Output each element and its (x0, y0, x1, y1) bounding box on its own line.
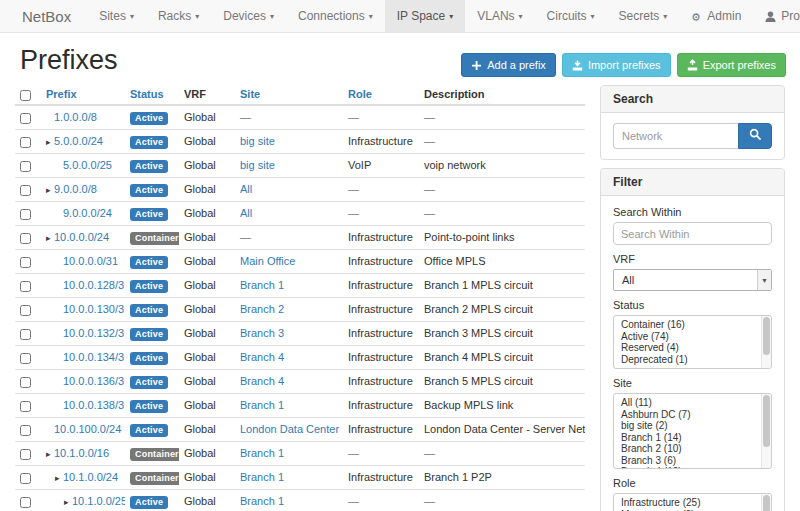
row-checkbox[interactable] (20, 185, 31, 196)
listbox-option[interactable]: big site (2) (614, 420, 759, 432)
listbox-option[interactable]: Container (16) (614, 319, 759, 331)
row-checkbox[interactable] (20, 377, 31, 388)
listbox-option[interactable]: Branch 1 (14) (614, 432, 759, 444)
listbox-option[interactable]: Branch 3 (6) (614, 455, 759, 467)
expand-caret-icon[interactable]: ▸ (64, 495, 72, 509)
site-link[interactable]: Branch 2 (240, 303, 284, 315)
row-checkbox[interactable] (20, 473, 31, 484)
expand-caret-icon[interactable]: ▸ (46, 135, 54, 149)
nav-item-sites[interactable]: Sites▾ (87, 0, 146, 32)
row-checkbox[interactable] (20, 113, 31, 124)
scrollbar-thumb[interactable] (763, 317, 770, 355)
expand-caret-icon[interactable]: ▸ (55, 471, 63, 485)
row-checkbox[interactable] (20, 305, 31, 316)
listbox-option[interactable]: Deprecated (1) (614, 354, 759, 366)
prefix-link[interactable]: 10.0.100.0/24 (54, 423, 121, 435)
row-checkbox[interactable] (20, 137, 31, 148)
prefix-table-container: Prefix Status VRF Site Role Description … (15, 85, 585, 511)
nav-item-connections[interactable]: Connections▾ (286, 0, 385, 32)
column-header-status[interactable]: Status (125, 85, 179, 105)
expand-caret-icon[interactable]: ▸ (46, 447, 54, 461)
prefix-link[interactable]: 5.0.0.0/25 (63, 159, 112, 171)
prefix-link[interactable]: 10.0.0.132/31 (63, 327, 125, 339)
nav-item-secrets[interactable]: Secrets▾ (607, 0, 680, 32)
listbox-option[interactable]: All (11) (614, 397, 759, 409)
site-link[interactable]: All (240, 183, 252, 195)
prefix-link[interactable]: 1.0.0.0/8 (54, 111, 97, 123)
site-link[interactable]: Main Office (240, 255, 295, 267)
nav-item-profile[interactable]: Profile (753, 0, 800, 32)
site-link[interactable]: big site (240, 135, 275, 147)
site-link[interactable]: big site (240, 159, 275, 171)
site-link[interactable]: Branch 1 (240, 495, 284, 507)
search-button[interactable] (738, 123, 772, 149)
prefix-link[interactable]: 10.0.0.130/31 (63, 303, 125, 315)
role-listbox[interactable]: Infrastructure (25)Management (8)Private… (613, 493, 772, 511)
row-checkbox[interactable] (20, 401, 31, 412)
column-header-role[interactable]: Role (343, 85, 419, 105)
role-cell: Infrastructure (343, 465, 419, 489)
site-link[interactable]: London Data Center (240, 423, 339, 435)
row-checkbox[interactable] (20, 497, 31, 508)
site-link[interactable]: Branch 1 (240, 447, 284, 459)
nav-item-devices[interactable]: Devices▾ (211, 0, 286, 32)
row-checkbox[interactable] (20, 257, 31, 268)
prefix-link[interactable]: 10.0.0.136/31 (63, 375, 125, 387)
search-within-input[interactable] (613, 222, 772, 245)
listbox-option[interactable]: Reserved (4) (614, 342, 759, 354)
nav-item-circuits[interactable]: Circuits▾ (535, 0, 607, 32)
export-prefixes-button[interactable]: Export prefixes (677, 53, 786, 77)
row-checkbox[interactable] (20, 233, 31, 244)
status-listbox[interactable]: Container (16)Active (74)Reserved (4)Dep… (613, 315, 772, 369)
column-header-prefix[interactable]: Prefix (41, 85, 125, 105)
row-checkbox[interactable] (20, 425, 31, 436)
brand-link[interactable]: NetBox (0, 0, 87, 32)
nav-item-racks[interactable]: Racks▾ (146, 0, 211, 32)
prefix-link[interactable]: 10.0.0.128/31 (63, 279, 125, 291)
prefix-link[interactable]: 9.0.0.0/24 (63, 207, 112, 219)
scrollbar-thumb[interactable] (763, 495, 770, 511)
row-checkbox[interactable] (20, 161, 31, 172)
row-checkbox[interactable] (20, 449, 31, 460)
site-cell: Branch 2 (235, 297, 343, 321)
listbox-option[interactable]: Branch 4 (12) (614, 466, 759, 469)
site-link[interactable]: Branch 4 (240, 375, 284, 387)
listbox-option[interactable]: Branch 2 (10) (614, 443, 759, 455)
site-link[interactable]: Branch 1 (240, 399, 284, 411)
select-all-checkbox[interactable] (20, 90, 31, 101)
expand-caret-icon[interactable]: ▸ (46, 231, 54, 245)
scrollbar-thumb[interactable] (763, 395, 770, 447)
vrf-select[interactable]: All ▼ (613, 269, 772, 291)
nav-item-ip-space[interactable]: IP Space▾ (385, 0, 466, 32)
search-input[interactable] (613, 123, 738, 149)
prefix-link[interactable]: 10.0.0.0/31 (63, 255, 118, 267)
nav-item-admin[interactable]: ⚙Admin (679, 0, 753, 32)
prefix-link[interactable]: 10.1.0.0/25 (72, 495, 125, 507)
prefix-link[interactable]: 5.0.0.0/24 (54, 135, 103, 147)
prefix-link[interactable]: 10.1.0.0/24 (63, 471, 118, 483)
listbox-option[interactable]: Active (74) (614, 331, 759, 343)
expand-caret-icon[interactable]: ▸ (46, 183, 54, 197)
listbox-option[interactable]: Ashburn DC (7) (614, 409, 759, 421)
prefix-link[interactable]: 10.0.0.138/31 (63, 399, 125, 411)
column-header-site[interactable]: Site (235, 85, 343, 105)
prefix-link[interactable]: 10.1.0.0/16 (54, 447, 109, 459)
row-checkbox[interactable] (20, 353, 31, 364)
site-link[interactable]: Branch 4 (240, 351, 284, 363)
site-link[interactable]: All (240, 207, 252, 219)
listbox-option[interactable]: Infrastructure (25) (614, 497, 759, 509)
row-checkbox[interactable] (20, 209, 31, 220)
site-listbox[interactable]: All (11)Ashburn DC (7)big site (2)Branch… (613, 393, 772, 469)
import-prefixes-button[interactable]: Import prefixes (562, 53, 671, 77)
site-link[interactable]: Branch 1 (240, 471, 284, 483)
nav-item-vlans[interactable]: VLANs▾ (465, 0, 534, 32)
prefix-link[interactable]: 10.0.0.0/24 (54, 231, 109, 243)
site-link[interactable]: Branch 1 (240, 279, 284, 291)
site-scrollbar (761, 394, 771, 468)
row-checkbox[interactable] (20, 329, 31, 340)
row-checkbox[interactable] (20, 281, 31, 292)
site-link[interactable]: Branch 3 (240, 327, 284, 339)
add-a-prefix-button[interactable]: Add a prefix (461, 53, 556, 77)
prefix-link[interactable]: 9.0.0.0/8 (54, 183, 97, 195)
prefix-link[interactable]: 10.0.0.134/31 (63, 351, 125, 363)
